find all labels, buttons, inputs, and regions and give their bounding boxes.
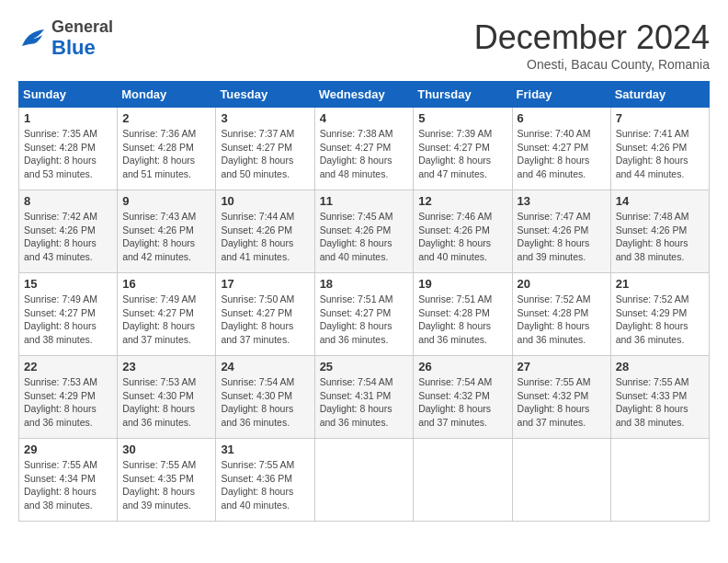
day-number: 9: [122, 194, 210, 208]
calendar-cell: 11Sunrise: 7:45 AMSunset: 4:26 PMDayligh…: [314, 190, 414, 273]
weekday-header-tuesday: Tuesday: [216, 82, 314, 108]
calendar-cell: 16Sunrise: 7:49 AMSunset: 4:27 PMDayligh…: [118, 273, 216, 356]
calendar-cell: 13Sunrise: 7:47 AMSunset: 4:26 PMDayligh…: [512, 190, 610, 273]
day-number: 17: [221, 277, 309, 291]
day-number: 24: [221, 360, 309, 373]
calendar-cell: 3Sunrise: 7:37 AMSunset: 4:27 PMDaylight…: [216, 108, 314, 190]
day-number: 16: [122, 277, 210, 291]
day-info: Sunrise: 7:52 AMSunset: 4:29 PMDaylight:…: [616, 293, 704, 347]
day-number: 6: [518, 111, 606, 125]
day-info: Sunrise: 7:55 AMSunset: 4:35 PMDaylight:…: [122, 458, 210, 512]
day-info: Sunrise: 7:42 AMSunset: 4:26 PMDaylight:…: [24, 210, 112, 264]
calendar-cell: 1Sunrise: 7:35 AMSunset: 4:28 PMDaylight…: [19, 108, 118, 190]
day-info: Sunrise: 7:35 AMSunset: 4:28 PMDaylight:…: [24, 127, 112, 181]
title-block: December 2024 Onesti, Bacau County, Roma…: [474, 18, 710, 72]
calendar-cell: 19Sunrise: 7:51 AMSunset: 4:28 PMDayligh…: [414, 273, 512, 356]
day-number: 26: [418, 360, 506, 373]
day-number: 15: [24, 277, 112, 291]
day-info: Sunrise: 7:46 AMSunset: 4:26 PMDaylight:…: [418, 210, 506, 264]
calendar-cell: 15Sunrise: 7:49 AMSunset: 4:27 PMDayligh…: [19, 273, 118, 356]
calendar-cell: 9Sunrise: 7:43 AMSunset: 4:26 PMDaylight…: [118, 190, 216, 273]
calendar-cell: 31Sunrise: 7:55 AMSunset: 4:36 PMDayligh…: [216, 439, 314, 522]
day-info: Sunrise: 7:51 AMSunset: 4:28 PMDaylight:…: [418, 293, 506, 347]
calendar-cell: 25Sunrise: 7:54 AMSunset: 4:31 PMDayligh…: [314, 356, 414, 439]
day-info: Sunrise: 7:44 AMSunset: 4:26 PMDaylight:…: [221, 210, 309, 264]
day-number: 18: [320, 277, 409, 291]
day-number: 8: [24, 194, 112, 208]
calendar-cell: 23Sunrise: 7:53 AMSunset: 4:30 PMDayligh…: [118, 356, 216, 439]
weekday-header-friday: Friday: [512, 82, 610, 108]
day-info: Sunrise: 7:53 AMSunset: 4:29 PMDaylight:…: [24, 375, 112, 430]
day-number: 29: [24, 442, 112, 456]
day-info: Sunrise: 7:54 AMSunset: 4:31 PMDaylight:…: [320, 375, 409, 430]
day-info: Sunrise: 7:50 AMSunset: 4:27 PMDaylight:…: [221, 293, 309, 347]
calendar-cell: 30Sunrise: 7:55 AMSunset: 4:35 PMDayligh…: [118, 439, 216, 522]
day-number: 14: [616, 194, 704, 208]
day-number: 21: [616, 277, 704, 291]
calendar-cell: 24Sunrise: 7:54 AMSunset: 4:30 PMDayligh…: [216, 356, 314, 439]
logo-general-text: General: [51, 18, 113, 37]
day-info: Sunrise: 7:37 AMSunset: 4:27 PMDaylight:…: [221, 127, 309, 181]
day-info: Sunrise: 7:52 AMSunset: 4:28 PMDaylight:…: [518, 293, 606, 347]
day-info: Sunrise: 7:49 AMSunset: 4:27 PMDaylight:…: [24, 293, 112, 347]
day-number: 23: [122, 360, 210, 373]
day-info: Sunrise: 7:47 AMSunset: 4:26 PMDaylight:…: [518, 210, 606, 264]
day-info: Sunrise: 7:55 AMSunset: 4:34 PMDaylight:…: [24, 458, 112, 512]
day-number: 31: [221, 442, 309, 456]
page-header: General Blue December 2024 Onesti, Bacau…: [18, 18, 710, 72]
calendar-cell: 29Sunrise: 7:55 AMSunset: 4:34 PMDayligh…: [19, 439, 118, 522]
calendar-cell: 28Sunrise: 7:55 AMSunset: 4:33 PMDayligh…: [610, 356, 709, 439]
day-number: 3: [221, 111, 309, 125]
calendar-cell: 21Sunrise: 7:52 AMSunset: 4:29 PMDayligh…: [610, 273, 709, 356]
day-info: Sunrise: 7:48 AMSunset: 4:26 PMDaylight:…: [616, 210, 704, 264]
day-number: 12: [418, 194, 506, 208]
day-number: 20: [518, 277, 606, 291]
weekday-header-monday: Monday: [118, 82, 216, 108]
day-info: Sunrise: 7:55 AMSunset: 4:33 PMDaylight:…: [616, 375, 704, 430]
weekday-header-thursday: Thursday: [414, 82, 512, 108]
logo-blue-text: Blue: [51, 37, 113, 59]
day-number: 13: [518, 194, 606, 208]
logo-text: General Blue: [51, 18, 113, 59]
day-info: Sunrise: 7:51 AMSunset: 4:27 PMDaylight:…: [320, 293, 409, 347]
calendar-cell: 22Sunrise: 7:53 AMSunset: 4:29 PMDayligh…: [19, 356, 118, 439]
day-number: 1: [24, 111, 112, 125]
calendar-cell: 27Sunrise: 7:55 AMSunset: 4:32 PMDayligh…: [512, 356, 610, 439]
day-info: Sunrise: 7:43 AMSunset: 4:26 PMDaylight:…: [122, 210, 210, 264]
calendar-cell: [314, 439, 414, 522]
calendar-cell: 20Sunrise: 7:52 AMSunset: 4:28 PMDayligh…: [512, 273, 610, 356]
location-subtitle: Onesti, Bacau County, Romania: [474, 57, 710, 72]
calendar-cell: 18Sunrise: 7:51 AMSunset: 4:27 PMDayligh…: [314, 273, 414, 356]
calendar-cell: 8Sunrise: 7:42 AMSunset: 4:26 PMDaylight…: [19, 190, 118, 273]
calendar-week-row: 8Sunrise: 7:42 AMSunset: 4:26 PMDaylight…: [19, 190, 710, 273]
calendar-week-row: 1Sunrise: 7:35 AMSunset: 4:28 PMDaylight…: [19, 108, 710, 190]
calendar-cell: [414, 439, 512, 522]
day-number: 2: [122, 111, 210, 125]
day-number: 10: [221, 194, 309, 208]
calendar-cell: 5Sunrise: 7:39 AMSunset: 4:27 PMDaylight…: [414, 108, 512, 190]
calendar-cell: 10Sunrise: 7:44 AMSunset: 4:26 PMDayligh…: [216, 190, 314, 273]
day-info: Sunrise: 7:49 AMSunset: 4:27 PMDaylight:…: [122, 293, 210, 347]
calendar-cell: 6Sunrise: 7:40 AMSunset: 4:27 PMDaylight…: [512, 108, 610, 190]
day-number: 5: [418, 111, 506, 125]
calendar-cell: 26Sunrise: 7:54 AMSunset: 4:32 PMDayligh…: [414, 356, 512, 439]
day-info: Sunrise: 7:53 AMSunset: 4:30 PMDaylight:…: [122, 375, 210, 430]
day-info: Sunrise: 7:40 AMSunset: 4:27 PMDaylight:…: [518, 127, 606, 181]
calendar-table: SundayMondayTuesdayWednesdayThursdayFrid…: [18, 81, 710, 522]
calendar-cell: 7Sunrise: 7:41 AMSunset: 4:26 PMDaylight…: [610, 108, 709, 190]
day-info: Sunrise: 7:55 AMSunset: 4:32 PMDaylight:…: [518, 375, 606, 430]
day-number: 22: [24, 360, 112, 373]
day-info: Sunrise: 7:36 AMSunset: 4:28 PMDaylight:…: [122, 127, 210, 181]
calendar-cell: 4Sunrise: 7:38 AMSunset: 4:27 PMDaylight…: [314, 108, 414, 190]
calendar-week-row: 15Sunrise: 7:49 AMSunset: 4:27 PMDayligh…: [19, 273, 710, 356]
calendar-week-row: 22Sunrise: 7:53 AMSunset: 4:29 PMDayligh…: [19, 356, 710, 439]
day-info: Sunrise: 7:54 AMSunset: 4:30 PMDaylight:…: [221, 375, 309, 430]
calendar-cell: 14Sunrise: 7:48 AMSunset: 4:26 PMDayligh…: [610, 190, 709, 273]
calendar-cell: 12Sunrise: 7:46 AMSunset: 4:26 PMDayligh…: [414, 190, 512, 273]
day-number: 25: [320, 360, 409, 373]
day-info: Sunrise: 7:55 AMSunset: 4:36 PMDaylight:…: [221, 458, 309, 512]
calendar-cell: [512, 439, 610, 522]
calendar-cell: 17Sunrise: 7:50 AMSunset: 4:27 PMDayligh…: [216, 273, 314, 356]
day-number: 11: [320, 194, 409, 208]
weekday-header-wednesday: Wednesday: [314, 82, 414, 108]
